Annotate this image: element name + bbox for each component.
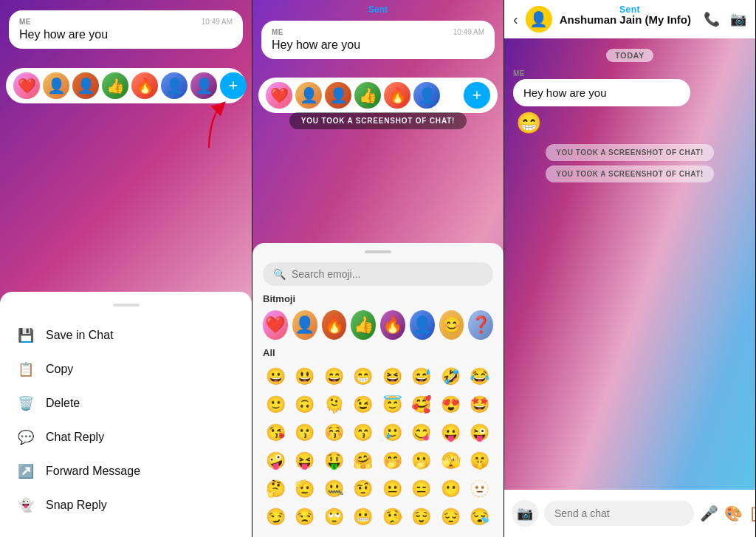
emoji-cell[interactable]: 🤑: [321, 448, 346, 473]
menu-item-chat-reply[interactable]: 💬 Chat Reply: [0, 420, 252, 454]
emoji-cell[interactable]: 😇: [379, 392, 405, 417]
emoji-cell[interactable]: 😐: [379, 476, 405, 502]
emoji-cell[interactable]: 🫢: [409, 448, 434, 473]
p2-reaction-add-button[interactable]: +: [464, 82, 490, 109]
all-section-label: All: [252, 347, 504, 364]
message-text-2: Hey how are you: [272, 38, 484, 52]
emoji-cell[interactable]: 😀: [263, 364, 288, 389]
bitmoji-item-2[interactable]: 👤: [292, 310, 317, 340]
emoji-cell[interactable]: 😁: [351, 364, 376, 389]
emoji-cell[interactable]: 😗: [292, 420, 317, 445]
emoji-cell[interactable]: 😚: [321, 420, 346, 445]
emoji-cell[interactable]: 😝: [292, 448, 317, 473]
chat-bubble: Hey how are you: [513, 79, 690, 106]
emoji-cell[interactable]: 🫣: [438, 448, 463, 473]
emoji-cell[interactable]: 😬: [351, 504, 376, 530]
emoji-cell[interactable]: 😃: [292, 364, 317, 389]
p2-reaction-avatar-1[interactable]: ❤️: [266, 82, 292, 109]
emoji-cell[interactable]: 😌: [409, 504, 434, 530]
p2-reaction-avatar-6[interactable]: 👤: [413, 82, 440, 109]
delete-icon: 🗑️: [18, 395, 34, 411]
emoji-search-row: 🔍: [252, 262, 504, 293]
emoji-cell[interactable]: 🫥: [467, 476, 492, 502]
bitmoji-item-6[interactable]: 👤: [410, 310, 435, 340]
menu-item-save-in-chat[interactable]: 💾 Save in Chat: [0, 318, 252, 352]
p2-reaction-avatar-4[interactable]: 👍: [354, 82, 381, 109]
chat-body: TODAY ME Hey how are you 😁 YOU TOOK A SC…: [504, 38, 755, 490]
emoji-cell[interactable]: 😆: [379, 364, 405, 389]
emoji-cell[interactable]: 😑: [409, 476, 434, 502]
p2-reaction-avatar-2[interactable]: 👤: [295, 82, 322, 109]
chat-input[interactable]: [544, 501, 694, 526]
reaction-avatar-2[interactable]: 👤: [43, 72, 69, 99]
emoji-cell[interactable]: 🙃: [292, 392, 317, 417]
message-sender-1: ME: [19, 18, 31, 26]
bitmoji-item-7[interactable]: 😊: [439, 310, 464, 340]
menu-button[interactable]: 📋: [749, 504, 755, 522]
emoji-cell[interactable]: 😄: [321, 364, 346, 389]
reaction-avatar-6[interactable]: 👤: [161, 72, 188, 99]
emoji-cell[interactable]: 🥰: [409, 392, 434, 417]
emoji-cell[interactable]: 🤪: [263, 448, 288, 473]
emoji-cell[interactable]: 🤗: [351, 448, 376, 473]
input-right-icons: 🎤 🎨 📋 +: [700, 502, 755, 525]
emoji-cell[interactable]: 🫠: [321, 392, 346, 417]
emoji-cell[interactable]: 🤨: [351, 476, 376, 502]
emoji-cell[interactable]: 😋: [409, 420, 434, 445]
save-icon: 💾: [18, 327, 34, 343]
context-menu: 💾 Save in Chat 📋 Copy 🗑️ Delete 💬 Chat R…: [0, 292, 252, 537]
bitmoji-item-8[interactable]: ❓: [468, 310, 493, 340]
emoji-cell[interactable]: 😅: [409, 364, 434, 389]
menu-item-snap-reply[interactable]: 👻 Snap Reply: [0, 488, 252, 522]
bitmoji-row: ❤️ 👤 🔥 👍 🔥 👤 😊 ❓: [252, 310, 504, 347]
snap-reply-icon: 👻: [18, 497, 34, 513]
menu-label-copy: Copy: [46, 363, 73, 376]
message-area-1: ME 10:49 AM Hey how are you: [0, 0, 252, 55]
emoji-cell[interactable]: 🫡: [292, 476, 317, 502]
emoji-cell[interactable]: 🤭: [379, 448, 405, 473]
emoji-cell[interactable]: 🤔: [263, 476, 288, 502]
emoji-cell[interactable]: 😜: [467, 420, 492, 445]
emoji-cell[interactable]: 🤥: [379, 504, 405, 530]
emoji-grid: 😀 😃 😄 😁 😆 😅 🤣 😂 🙂 🙃 🫠 😉 😇 🥰 😍 🤩 😘 😗 😚 😙 …: [252, 364, 504, 530]
menu-item-copy[interactable]: 📋 Copy: [0, 352, 252, 386]
emoji-cell[interactable]: 🤐: [321, 476, 346, 502]
bitmoji-item-3[interactable]: 🔥: [322, 310, 347, 340]
emoji-cell[interactable]: 😍: [438, 392, 463, 417]
p2-reaction-avatar-3[interactable]: 👤: [325, 82, 351, 109]
mic-button[interactable]: 🎤: [700, 504, 718, 522]
emoji-cell[interactable]: 🥲: [379, 420, 405, 445]
reaction-avatar-3[interactable]: 👤: [72, 72, 99, 99]
bitmoji-item-5[interactable]: 🔥: [380, 310, 405, 340]
bitmoji-item-1[interactable]: ❤️: [263, 310, 288, 340]
emoji-cell[interactable]: 🙄: [321, 504, 346, 530]
emoji-cell[interactable]: 😶: [438, 476, 463, 502]
emoji-cell[interactable]: 😔: [438, 504, 463, 530]
emoji-cell[interactable]: 🙂: [263, 392, 288, 417]
menu-item-forward-message[interactable]: ↗️ Forward Message: [0, 454, 252, 488]
emoji-cell[interactable]: 😛: [438, 420, 463, 445]
emoji-cell[interactable]: 🤫: [467, 448, 492, 473]
emoji-cell[interactable]: 😉: [351, 392, 376, 417]
emoji-cell[interactable]: 😏: [263, 504, 288, 530]
emoji-cell[interactable]: 😘: [263, 420, 288, 445]
emoji-cell[interactable]: 🤩: [467, 392, 492, 417]
emoji-cell[interactable]: 😂: [467, 364, 492, 389]
bitmoji-item-4[interactable]: 👍: [351, 310, 376, 340]
message-text-1: Hey how are you: [19, 28, 233, 41]
p2-reaction-avatar-5[interactable]: 🔥: [384, 82, 410, 109]
reaction-avatar-1[interactable]: ❤️: [13, 72, 40, 99]
menu-item-delete[interactable]: 🗑️ Delete: [0, 386, 252, 420]
panel3-sent-label: Sent: [504, 4, 755, 15]
camera-button[interactable]: 📷: [512, 500, 538, 527]
sticker-button[interactable]: 🎨: [724, 504, 743, 522]
emoji-cell[interactable]: 😪: [467, 504, 492, 530]
message-bubble-2: ME 10:49 AM Hey how are you: [261, 21, 495, 59]
emoji-cell[interactable]: 😙: [351, 420, 376, 445]
reaction-avatar-4[interactable]: 👍: [102, 72, 128, 99]
reaction-avatar-5[interactable]: 🔥: [131, 72, 158, 99]
emoji-cell[interactable]: 🤣: [438, 364, 463, 389]
emoji-search-input[interactable]: [292, 268, 483, 280]
message-meta-1: ME 10:49 AM: [19, 18, 233, 26]
emoji-cell[interactable]: 😒: [292, 504, 317, 530]
